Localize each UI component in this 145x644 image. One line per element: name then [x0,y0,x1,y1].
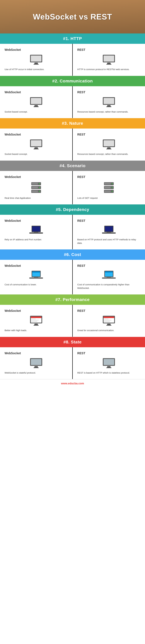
col-right-scenario: REST Lots of GET request [73,171,145,204]
svg-rect-23 [106,149,112,149]
svg-rect-70 [104,316,114,318]
section-header-nature: #3. Nature [0,118,145,128]
col-left-desc-scenario: Real time chat Application [4,196,31,200]
col-left-label-performance: WebSocket [4,309,21,312]
svg-rect-19 [33,149,39,149]
svg-rect-81 [104,359,114,365]
svg-marker-14 [107,105,111,106]
svg-marker-18 [34,148,38,149]
col-left-label-state: WebSocket [4,352,21,355]
col-left-desc-dependency: Rely on IP address and Port number. [4,238,42,242]
svg-rect-13 [104,98,114,104]
svg-rect-64 [31,320,39,320]
svg-rect-1 [31,56,41,62]
col-left-cost: WebSocket Cost of communication is lower… [0,260,73,294]
svg-marker-82 [107,366,111,368]
footer-text: www.educba.com [61,382,84,385]
svg-rect-15 [106,106,112,107]
section-header-state: #8. State [0,337,145,347]
svg-rect-37 [105,187,111,188]
section-header-scenario: #4. Scenario [0,160,145,171]
col-left-desc-state: WebSocket is stateful protocol. [4,371,36,375]
svg-rect-40 [105,190,111,192]
col-right-icon-dependency [102,225,116,236]
col-left-dependency: WebSocket Rely on IP address and Port nu… [0,215,73,249]
comparison-row-state: WebSocket WebSocket is stateful protocol… [0,347,145,379]
svg-marker-2 [34,63,38,64]
section-header-http: #1. HTTP [0,34,145,44]
col-right-icon-state [102,358,116,369]
svg-rect-25 [32,183,38,185]
svg-point-32 [39,191,40,192]
col-right-icon-scenario [103,182,115,194]
col-right-desc-state: REST is based on HTTP which is stateless… [77,371,130,375]
svg-rect-9 [31,98,41,104]
col-left-label-communication: WebSocket [4,90,21,94]
comparison-row-scenario: WebSocket Real time chat ApplicationREST… [0,171,145,204]
svg-rect-11 [33,106,39,107]
col-right-cost: REST Cost of communication is comparativ… [73,260,145,294]
svg-marker-10 [34,105,38,106]
svg-rect-21 [104,140,114,146]
svg-rect-71 [104,319,108,319]
col-right-desc-dependency: Based on HTTP protocol and uses HTTP met… [77,238,141,245]
svg-rect-54 [34,277,38,278]
svg-point-26 [39,183,40,184]
col-left-label-scenario: WebSocket [4,175,21,179]
svg-rect-52 [32,271,40,272]
section-header-communication: #2. Communication [0,76,145,86]
svg-rect-59 [107,277,111,278]
page-title: WebSocket vs REST [33,12,112,21]
col-right-label-nature: REST [77,133,85,136]
col-right-icon-communication [102,97,116,108]
svg-marker-78 [34,366,38,368]
col-left-icon-dependency [29,225,43,236]
svg-marker-66 [34,324,38,325]
col-left-icon-communication [29,97,43,108]
col-right-dependency: REST Based on HTTP protocol and uses HTT… [73,215,145,249]
svg-rect-3 [33,64,39,65]
col-right-icon-http [102,54,116,66]
comparison-row-dependency: WebSocket Rely on IP address and Port nu… [0,215,145,250]
svg-rect-73 [104,321,110,322]
col-left-label-nature: WebSocket [4,133,21,136]
svg-rect-49 [107,232,111,233]
col-right-state: REST REST is based on HTTP which is stat… [73,347,145,379]
svg-rect-47 [105,226,113,232]
col-left-communication: WebSocket Socket based concept. [0,86,73,118]
comparison-row-cost: WebSocket Cost of communication is lower… [0,260,145,294]
col-right-label-http: REST [77,48,85,52]
col-right-http: REST HTTP is common protocol in RESTful … [73,44,145,76]
svg-rect-17 [31,140,41,146]
col-left-desc-performance: Better with high loads. [4,329,27,332]
col-right-label-cost: REST [77,264,85,268]
comparison-row-communication: WebSocket Socket based concept.REST Reso… [0,86,145,118]
svg-point-35 [112,183,113,184]
col-right-desc-communication: Resources based concept, rather than com… [77,110,128,114]
col-right-label-state: REST [77,352,85,355]
col-right-desc-performance: Great for occasional communication. [77,329,114,332]
col-right-label-dependency: REST [77,219,85,222]
svg-rect-63 [31,319,36,319]
col-left-icon-state [29,358,43,369]
svg-rect-77 [31,359,41,365]
col-right-icon-cost [102,270,116,281]
col-right-desc-nature: Resources based concept, rather than com… [77,152,128,156]
col-left-desc-nature: Socket based concept. [4,152,28,156]
svg-rect-79 [33,368,39,368]
svg-marker-6 [107,63,111,64]
svg-rect-67 [33,325,39,326]
col-right-icon-nature [102,139,116,150]
comparison-row-http: WebSocket Use of HTTP occur in initial c… [0,44,145,76]
col-left-desc-communication: Socket based concept. [4,110,28,114]
col-left-desc-http: Use of HTTP occur in initial connection. [4,68,44,71]
svg-rect-28 [32,187,38,188]
svg-rect-5 [104,56,114,62]
col-right-icon-performance [102,315,116,326]
svg-point-29 [39,187,40,188]
svg-rect-7 [106,64,112,65]
svg-point-41 [112,191,113,192]
svg-rect-72 [104,320,112,320]
footer: www.educba.com [0,379,145,388]
col-left-icon-http [29,54,43,66]
